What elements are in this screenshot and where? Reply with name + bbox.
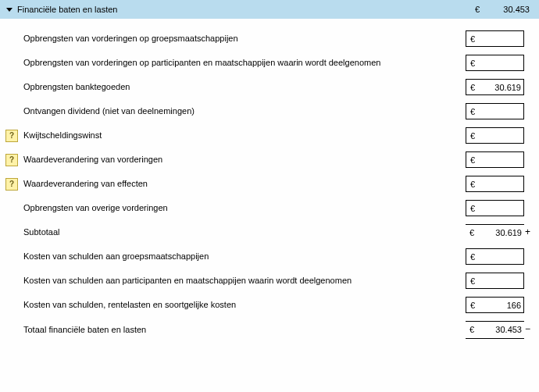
line-item: Kosten van schulden, rentelasten en soor…	[0, 293, 539, 317]
line-label: Opbrengsten banktegoeden	[23, 81, 466, 92]
help-icon[interactable]: ?	[5, 130, 18, 142]
currency-symbol: €	[466, 252, 479, 262]
subtotal-value: 30.619	[478, 228, 524, 237]
line-label: Opbrengsten van vorderingen op participa…	[23, 57, 466, 68]
line-item: ? Waardeverandering van effecten €	[0, 172, 539, 196]
currency-symbol: €	[466, 228, 478, 237]
currency-symbol: €	[466, 107, 479, 116]
line-item: Kosten van schulden aan groepsmaatschapp…	[0, 244, 539, 269]
line-label: Opbrengsten van vorderingen op groepsmaa…	[23, 33, 466, 44]
amount-input[interactable]	[479, 155, 523, 165]
double-rule	[466, 338, 524, 339]
amount-field[interactable]: €	[466, 79, 524, 95]
amount-input[interactable]	[479, 180, 523, 189]
line-item: Kosten van schulden aan participanten en…	[0, 269, 539, 293]
total-cell: € 30.453	[466, 321, 524, 337]
currency-symbol: €	[466, 325, 478, 334]
line-item: Opbrengsten banktegoeden €	[0, 75, 539, 99]
amount-field[interactable]: €	[466, 273, 524, 289]
line-label: Waardeverandering van vorderingen	[23, 154, 466, 165]
line-item: Opbrengsten van vorderingen op participa…	[0, 51, 539, 75]
amount-field[interactable]: €	[466, 55, 524, 71]
currency-symbol: €	[466, 180, 479, 189]
line-label: Ontvangen dividend (niet van deelneminge…	[23, 105, 466, 116]
line-item: Ontvangen dividend (niet van deelneminge…	[0, 99, 539, 123]
minus-icon: −	[525, 321, 533, 334]
line-label: Kosten van schulden aan groepsmaatschapp…	[23, 251, 466, 262]
help-icon[interactable]: ?	[5, 178, 18, 191]
currency-symbol: €	[466, 155, 479, 165]
line-label: Subtotaal	[23, 226, 466, 237]
line-label: Opbrengsten van overige vorderingen	[23, 202, 466, 213]
caret-down-icon	[6, 8, 12, 12]
amount-field[interactable]: €	[466, 176, 524, 192]
currency-symbol: €	[466, 59, 479, 68]
amount-input[interactable]	[479, 301, 523, 310]
line-label: Kosten van schulden aan participanten en…	[23, 275, 466, 286]
amount-field[interactable]: €	[466, 151, 524, 168]
amount-input[interactable]	[479, 252, 523, 262]
currency-symbol: €	[466, 83, 479, 92]
currency-symbol: €	[466, 204, 479, 213]
line-item: Opbrengsten van overige vorderingen €	[0, 196, 539, 220]
section-body: Opbrengsten van vorderingen op groepsmaa…	[0, 19, 539, 348]
amount-field[interactable]: €	[466, 200, 524, 216]
line-item: Opbrengsten van vorderingen op groepsmaa…	[0, 27, 539, 51]
subtotal-row: Subtotaal € 30.619 +	[0, 220, 539, 244]
subtotal-cell: € 30.619	[466, 224, 524, 241]
amount-input[interactable]	[479, 107, 523, 116]
total-value: 30.453	[478, 325, 524, 334]
amount-field[interactable]: €	[466, 103, 524, 119]
plus-icon: +	[525, 224, 533, 237]
line-label: Kosten van schulden, rentelasten en soor…	[23, 299, 466, 310]
amount-input[interactable]	[479, 34, 523, 44]
currency-symbol: €	[466, 131, 479, 141]
line-label: Waardeverandering van effecten	[23, 178, 466, 189]
header-currency: €	[475, 5, 489, 14]
amount-input[interactable]	[479, 131, 523, 141]
section-header[interactable]: Financiële baten en lasten € 30.453	[0, 0, 539, 19]
section-title: Financiële baten en lasten	[17, 5, 117, 14]
total-row: Totaal financiële baten en lasten € 30.4…	[0, 317, 539, 339]
amount-input[interactable]	[479, 276, 523, 286]
line-label: Kwijtscheldingswinst	[23, 130, 466, 141]
amount-field[interactable]: €	[466, 30, 524, 47]
currency-symbol: €	[466, 34, 479, 44]
amount-field[interactable]: €	[466, 248, 524, 265]
line-label: Totaal financiële baten en lasten	[23, 324, 466, 335]
header-amount: 30.453	[489, 5, 533, 14]
amount-field[interactable]: €	[466, 297, 524, 313]
line-item: ? Kwijtscheldingswinst €	[0, 123, 539, 148]
help-icon[interactable]: ?	[5, 154, 18, 166]
amount-input[interactable]	[479, 59, 523, 68]
currency-symbol: €	[466, 276, 479, 286]
amount-input[interactable]	[479, 83, 523, 92]
amount-input[interactable]	[479, 204, 523, 213]
amount-field[interactable]: €	[466, 127, 524, 144]
line-item: ? Waardeverandering van vorderingen €	[0, 148, 539, 172]
currency-symbol: €	[466, 301, 479, 310]
